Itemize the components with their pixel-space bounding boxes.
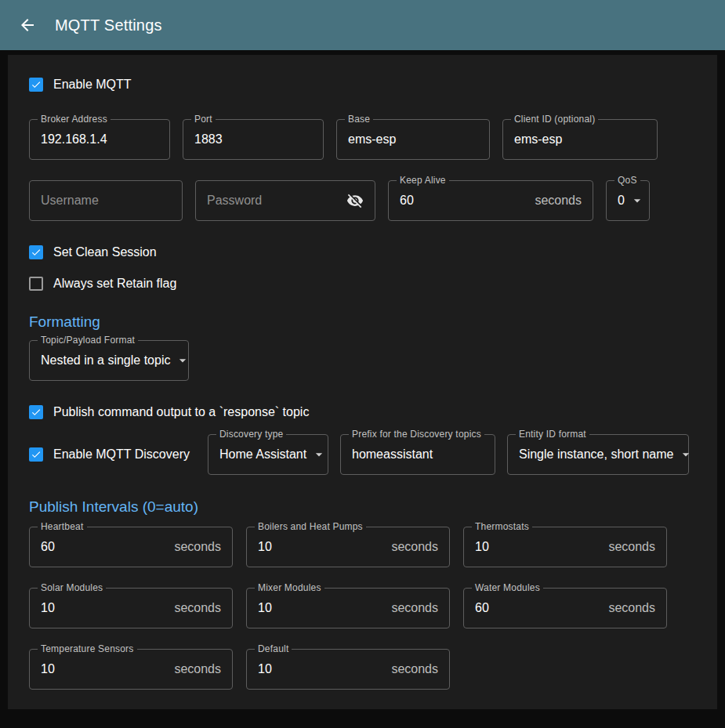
entity-id-format-select[interactable]: Entity ID format Single instance, short …: [507, 434, 689, 475]
username-field[interactable]: [29, 180, 183, 221]
interval-value[interactable]: 10: [41, 662, 55, 676]
interval-suffix: seconds: [385, 540, 438, 554]
interval-value[interactable]: 60: [475, 601, 489, 615]
broker-row: Broker Address Port Base Client ID (opti…: [29, 119, 696, 160]
app-bar: MQTT Settings: [0, 0, 725, 50]
visibility-off-icon: [346, 192, 364, 209]
interval-field-solar[interactable]: Solar Modules 10 seconds: [29, 588, 233, 628]
interval-label: Solar Modules: [38, 582, 106, 593]
entity-id-format-label: Entity ID format: [516, 429, 589, 440]
clean-session-label: Set Clean Session: [53, 245, 157, 259]
broker-address-label: Broker Address: [38, 114, 111, 125]
client-id-field[interactable]: Client ID (optional): [502, 119, 658, 160]
interval-label: Mixer Modules: [255, 582, 324, 593]
topic-format-value: Nested in a single topic: [41, 353, 170, 368]
interval-value[interactable]: 60: [41, 540, 55, 554]
formatting-heading: Formatting: [29, 313, 696, 331]
discovery-prefix-label: Prefix for the Discovery topics: [349, 429, 484, 440]
clean-session-row[interactable]: Set Clean Session: [29, 243, 696, 262]
broker-address-input[interactable]: [41, 132, 158, 147]
discovery-type-value: Home Assistant: [219, 447, 306, 462]
arrow-left-icon: [18, 16, 37, 34]
dropdown-arrow-icon: [170, 353, 190, 368]
topic-format-label: Topic/Payload Format: [38, 335, 138, 346]
back-button[interactable]: [11, 9, 44, 42]
interval-value[interactable]: 10: [258, 540, 272, 554]
discovery-row: Enable MQTT Discovery Discovery type Hom…: [29, 434, 696, 475]
discovery-prefix-field[interactable]: Prefix for the Discovery topics: [340, 434, 495, 475]
enable-mqtt-row[interactable]: Enable MQTT: [29, 75, 696, 94]
publish-response-label: Publish command output to a `response` t…: [53, 405, 309, 419]
retain-flag-label: Always set Retain flag: [53, 277, 176, 291]
client-id-input[interactable]: [514, 132, 646, 147]
interval-label: Water Modules: [472, 582, 543, 593]
qos-label: QoS: [614, 175, 640, 186]
keep-alive-field[interactable]: Keep Alive 60 seconds: [388, 180, 593, 221]
password-field[interactable]: [195, 180, 375, 221]
clean-session-checkbox[interactable]: [29, 245, 43, 259]
check-icon: [31, 246, 42, 259]
interval-value[interactable]: 10: [258, 601, 272, 615]
publish-response-row[interactable]: Publish command output to a `response` t…: [29, 403, 696, 422]
interval-value[interactable]: 10: [41, 601, 55, 615]
retain-flag-row[interactable]: Always set Retain flag: [29, 274, 696, 293]
intervals-grid: Heartbeat 60 seconds Boilers and Heat Pu…: [29, 527, 696, 690]
interval-label: Heartbeat: [38, 521, 87, 532]
interval-field-thermostats[interactable]: Thermostats 10 seconds: [463, 527, 667, 567]
dropdown-arrow-icon: [625, 193, 645, 208]
interval-label: Thermostats: [472, 521, 532, 532]
port-label: Port: [191, 114, 216, 125]
discovery-type-label: Discovery type: [216, 429, 287, 440]
enable-discovery-label: Enable MQTT Discovery: [53, 447, 190, 462]
interval-field-default[interactable]: Default 10 seconds: [246, 649, 450, 690]
page-title: MQTT Settings: [55, 16, 162, 34]
topic-format-row: Topic/Payload Format Nested in a single …: [29, 340, 696, 381]
port-field[interactable]: Port: [183, 119, 324, 160]
dropdown-arrow-icon: [306, 447, 327, 462]
broker-address-field[interactable]: Broker Address: [29, 119, 170, 160]
interval-label: Default: [255, 643, 292, 654]
discovery-prefix-input[interactable]: [352, 447, 484, 462]
keep-alive-suffix: seconds: [528, 194, 582, 208]
qos-value: 0: [618, 194, 625, 208]
enable-discovery-row[interactable]: Enable MQTT Discovery: [29, 445, 190, 464]
interval-value[interactable]: 10: [475, 540, 489, 554]
client-id-label: Client ID (optional): [511, 114, 598, 125]
base-field[interactable]: Base: [336, 119, 490, 160]
interval-field-mixer[interactable]: Mixer Modules 10 seconds: [246, 588, 450, 628]
interval-suffix: seconds: [602, 540, 655, 554]
interval-field-heartbeat[interactable]: Heartbeat 60 seconds: [29, 527, 233, 567]
check-icon: [31, 448, 42, 461]
interval-suffix: seconds: [168, 601, 221, 615]
port-input[interactable]: [194, 132, 312, 147]
base-input[interactable]: [348, 132, 478, 147]
mqtt-settings-form: Enable MQTT Broker Address Port Base Cli…: [8, 55, 717, 709]
interval-suffix: seconds: [385, 601, 438, 615]
retain-flag-checkbox[interactable]: [29, 277, 43, 291]
interval-field-temperature[interactable]: Temperature Sensors 10 seconds: [29, 649, 233, 690]
publish-response-checkbox[interactable]: [29, 405, 43, 419]
qos-select[interactable]: QoS 0: [606, 180, 650, 221]
interval-suffix: seconds: [602, 601, 655, 615]
base-label: Base: [345, 114, 373, 125]
interval-field-water[interactable]: Water Modules 60 seconds: [463, 588, 667, 628]
interval-suffix: seconds: [168, 540, 221, 554]
password-visibility-toggle[interactable]: [346, 192, 364, 209]
username-input[interactable]: [41, 194, 171, 208]
interval-suffix: seconds: [168, 662, 221, 676]
enable-mqtt-label: Enable MQTT: [53, 78, 132, 92]
entity-id-format-value: Single instance, short name: [519, 447, 673, 462]
discovery-type-select[interactable]: Discovery type Home Assistant: [208, 434, 328, 475]
dropdown-arrow-icon: [673, 447, 694, 462]
interval-field-boilers[interactable]: Boilers and Heat Pumps 10 seconds: [246, 527, 450, 567]
interval-suffix: seconds: [385, 662, 438, 676]
interval-value[interactable]: 10: [258, 662, 272, 676]
interval-label: Boilers and Heat Pumps: [255, 521, 366, 532]
enable-mqtt-checkbox[interactable]: [29, 78, 43, 92]
topic-format-select[interactable]: Topic/Payload Format Nested in a single …: [29, 340, 189, 381]
enable-discovery-checkbox[interactable]: [29, 447, 43, 462]
publish-intervals-heading: Publish Intervals (0=auto): [29, 498, 696, 516]
keep-alive-value[interactable]: 60: [400, 194, 414, 208]
password-input[interactable]: [207, 194, 346, 208]
check-icon: [31, 406, 42, 418]
